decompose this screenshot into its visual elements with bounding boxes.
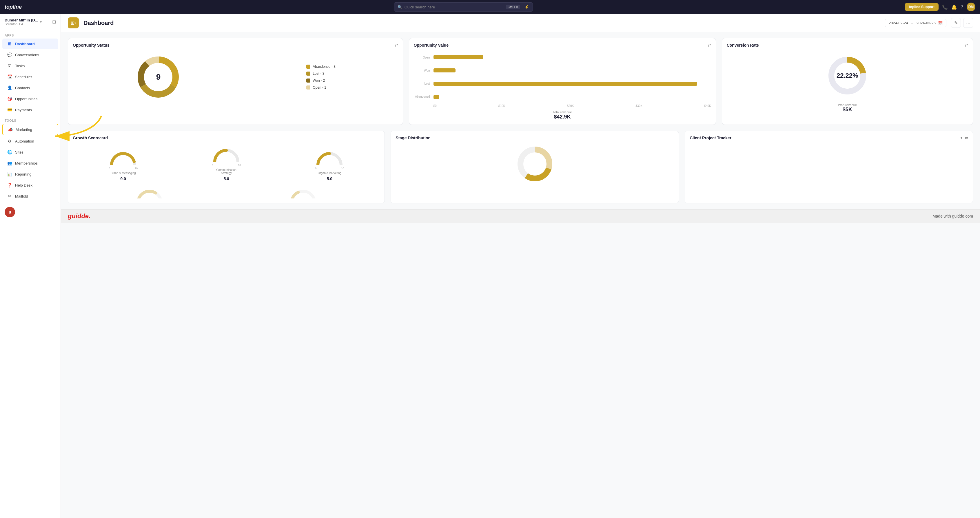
date-arrow-icon: → <box>910 21 914 25</box>
date-range-picker[interactable]: 2024-02-24 → 2024-03-25 📅 <box>885 19 947 27</box>
total-revenue-value: $42.9K <box>414 114 711 120</box>
won-revenue-label: Won revenue <box>727 103 968 106</box>
legend: Abandoned - 3 Lost - 3 Won - 2 <box>306 65 336 89</box>
conversion-rate-card: Conversion Rate ⇄ 22.22% Won <box>722 38 973 125</box>
main-layout: Dunder Mifflin [D... Scranton, PA ▾ ⊟ Ap… <box>0 14 980 518</box>
legend-color <box>306 78 310 83</box>
bar-abandoned <box>433 95 439 99</box>
dashboard-icon-button[interactable]: ⊞ ▾ <box>68 17 79 29</box>
legend-label: Won - 2 <box>313 78 325 83</box>
client-project-title: Client Project Tracker <box>690 135 731 140</box>
user-avatar-bottom[interactable]: a <box>5 207 15 217</box>
marketing-icon: 📣 <box>8 127 13 132</box>
axis-max: 10 <box>135 167 138 170</box>
sidebar-item-automation[interactable]: ⚙ Automation <box>2 136 58 146</box>
axis-max: 10 <box>341 167 344 170</box>
legend-color <box>306 72 310 76</box>
sidebar-item-reporting[interactable]: 📊 Reporting <box>2 169 58 180</box>
scorecard-items: 0 10 Brand & Messaging 9.0 <box>73 144 380 183</box>
contacts-icon: 👤 <box>7 85 12 91</box>
y-label-lost: Lost <box>414 82 430 85</box>
sidebar-item-conversations[interactable]: 💬 Conversations <box>2 49 58 60</box>
donut-container: 9 Abandoned - 3 Lost - 3 <box>73 51 398 103</box>
growth-scorecard-card: Growth Scorecard 0 <box>68 131 385 203</box>
scorecard-item-organic: 0 10 Organic Marketing 5.0 <box>315 149 344 181</box>
scorecard-value: 5.0 <box>223 176 229 181</box>
sidebar-item-tasks[interactable]: ☑ Tasks <box>2 60 58 71</box>
stage-distribution-card: Stage Distribution <box>391 131 679 203</box>
content-area: ⊞ ▾ Dashboard 2024-02-24 → 2024-03-25 📅 … <box>61 14 980 518</box>
dashboard-grid-icon: ⊞ <box>71 20 75 26</box>
legend-item: Lost - 3 <box>306 72 336 76</box>
y-label-open: Open <box>414 56 430 59</box>
org-selector[interactable]: Dunder Mifflin [D... Scranton, PA ▾ <box>5 18 42 26</box>
sidebar-item-helpdesk[interactable]: ❓ Help Desk <box>2 180 58 190</box>
axis-min: 0 <box>109 167 110 170</box>
sidebar-item-label: Sites <box>15 150 24 154</box>
guidde-footer: guidde. Made with guidde.com <box>61 209 980 223</box>
search-bar[interactable]: 🔍 Quick search here Ctrl + K ⚡ <box>394 2 533 11</box>
bell-icon[interactable]: 🔔 <box>951 4 957 10</box>
dropdown-select[interactable]: ▾ <box>961 136 963 140</box>
sidebar-collapse-button[interactable]: ⊟ <box>52 19 56 25</box>
filter-icon[interactable]: ⇄ <box>708 43 711 48</box>
sidebar-item-sites[interactable]: 🌐 Sites <box>2 147 58 157</box>
card-title: Stage Distribution <box>396 135 431 140</box>
tasks-icon: ☑ <box>7 63 12 68</box>
date-end: 2024-03-25 <box>916 21 936 25</box>
sidebar-item-label: Dashboard <box>15 42 35 46</box>
dashboard-icon: ⊞ <box>7 41 12 46</box>
row-1: Opportunity Status ⇄ <box>68 38 973 125</box>
topnav-actions: topline Support 📞 🔔 ? DM <box>905 3 975 11</box>
filter-icon[interactable]: ⇄ <box>965 43 968 48</box>
sidebar-item-memberships[interactable]: 👥 Memberships <box>2 158 58 168</box>
x-label-30k: $30K <box>636 104 643 108</box>
sidebar-item-mailfold[interactable]: ✉ Mailfold <box>2 191 58 201</box>
donut-chart: 9 <box>135 54 181 100</box>
topnav: topline 🔍 Quick search here Ctrl + K ⚡ t… <box>0 0 980 14</box>
edit-button[interactable]: ✎ <box>951 18 961 28</box>
legend-label: Abandoned - 3 <box>313 65 336 69</box>
legend-item: Abandoned - 3 <box>306 65 336 69</box>
phone-icon[interactable]: 📞 <box>942 4 948 10</box>
card-header: Growth Scorecard <box>73 135 380 140</box>
calendar-icon: 📅 <box>938 21 943 25</box>
sidebar-item-opportunities[interactable]: 🎯 Opportunities <box>2 94 58 104</box>
conversion-content: 22.22% <box>727 51 968 100</box>
sidebar-item-payments[interactable]: 💳 Payments <box>2 105 58 115</box>
dashboard-grid: Opportunity Status ⇄ <box>61 32 980 209</box>
sidebar-item-scheduler[interactable]: 📅 Scheduler <box>2 72 58 82</box>
x-label-0: $0 <box>433 104 437 108</box>
sidebar-item-label: Contacts <box>15 86 30 90</box>
sidebar-item-label: Tasks <box>15 64 25 68</box>
conversion-percentage: 22.22% <box>837 72 858 79</box>
help-icon[interactable]: ? <box>961 4 963 10</box>
sidebar-item-label: Help Desk <box>15 183 32 187</box>
sidebar-item-label: Reporting <box>15 172 31 176</box>
payments-icon: 💳 <box>7 107 12 113</box>
card-title: Opportunity Value <box>414 43 449 48</box>
filter-icon[interactable]: ⇄ <box>395 43 398 48</box>
conversion-donut: 22.22% <box>826 54 869 97</box>
axis-min: 0 <box>315 167 317 170</box>
bars <box>433 51 711 103</box>
sidebar-item-label: Opportunities <box>15 97 37 101</box>
lightning-icon[interactable]: ⚡ <box>524 5 529 9</box>
sidebar-item-contacts[interactable]: 👤 Contacts <box>2 83 58 93</box>
sidebar-item-dashboard[interactable]: ⊞ Dashboard <box>2 38 58 49</box>
more-options-button[interactable]: ⋯ <box>963 18 973 28</box>
avatar[interactable]: DM <box>967 3 975 11</box>
card-footer: Total revenue $42.9K <box>414 110 711 120</box>
sidebar-item-marketing[interactable]: 📣 Marketing <box>2 124 58 135</box>
dropdown-arrow: ▾ <box>75 21 76 25</box>
filter-icon[interactable]: ⇄ <box>965 135 968 140</box>
reporting-icon: 📊 <box>7 172 12 177</box>
donut-center-value: 9 <box>156 72 161 82</box>
support-button[interactable]: topline Support <box>905 3 939 11</box>
y-axis: Open Won Lost Abandoned <box>414 51 431 103</box>
helpdesk-icon: ❓ <box>7 183 12 188</box>
client-project-actions: ▾ ⇄ <box>961 135 968 140</box>
opportunities-icon: 🎯 <box>7 96 12 102</box>
conversations-icon: 💬 <box>7 52 12 57</box>
card-header: Stage Distribution <box>396 135 674 140</box>
